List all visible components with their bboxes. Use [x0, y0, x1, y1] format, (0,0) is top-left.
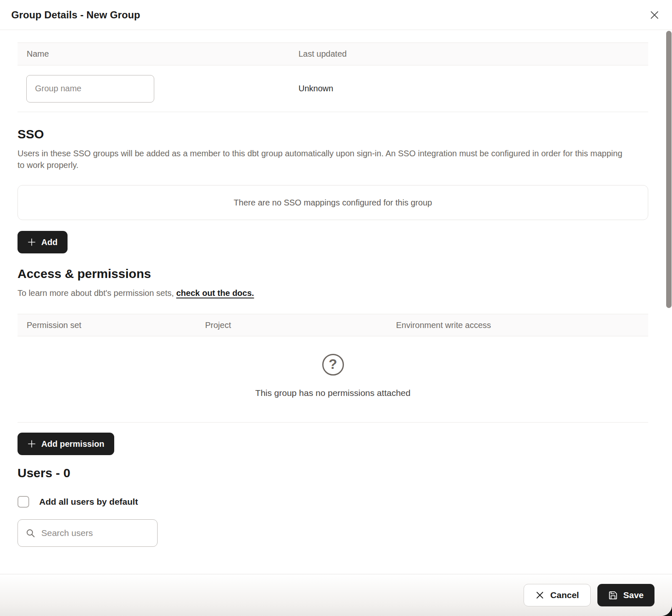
add-sso-mapping-button[interactable]: Add: [18, 231, 68, 253]
save-button[interactable]: Save: [597, 584, 654, 606]
add-all-users-checkbox[interactable]: [18, 496, 29, 508]
add-permission-button[interactable]: Add permission: [18, 433, 114, 455]
save-label: Save: [623, 590, 644, 600]
cancel-label: Cancel: [550, 590, 579, 600]
plus-icon: [28, 440, 36, 448]
group-name-table: Name Last updated Unknown: [18, 43, 648, 112]
group-name-table-header: Name Last updated: [18, 43, 648, 65]
permissions-section-description: To learn more about dbt's permission set…: [18, 287, 630, 299]
modal-header: Group Details - New Group: [0, 0, 672, 30]
sso-empty-message: There are no SSO mappings configured for…: [234, 198, 432, 208]
sso-section-heading: SSO: [18, 127, 648, 141]
permissions-section-heading: Access & permissions: [18, 267, 648, 281]
permissions-empty-state: ? This group has no permissions attached: [18, 336, 648, 423]
modal-footer: Cancel Save: [0, 574, 672, 616]
add-all-users-row: Add all users by default: [18, 496, 648, 508]
column-header-name: Name: [18, 49, 289, 59]
add-sso-mapping-label: Add: [41, 238, 58, 247]
plus-icon: [28, 238, 36, 246]
modal-body: Name Last updated Unknown SSO Users in t…: [0, 30, 672, 574]
vertical-scrollbar-thumb[interactable]: [666, 31, 672, 308]
column-header-permission-set: Permission set: [18, 321, 196, 330]
sso-empty-state: There are no SSO mappings configured for…: [18, 185, 648, 220]
add-all-users-label: Add all users by default: [39, 497, 138, 507]
permissions-table-header: Permission set Project Environment write…: [18, 314, 648, 336]
group-details-modal: Group Details - New Group Name Last upda…: [0, 0, 672, 616]
column-header-project: Project: [196, 321, 387, 330]
close-button[interactable]: [646, 7, 663, 23]
search-users-input[interactable]: [41, 528, 150, 538]
cancel-button[interactable]: Cancel: [524, 584, 591, 606]
floppy-disk-icon: [608, 591, 618, 600]
close-icon: [649, 9, 660, 21]
question-mark-circle-icon: ?: [322, 354, 344, 376]
docs-link[interactable]: check out the docs.: [176, 288, 254, 298]
column-header-last-updated: Last updated: [289, 49, 648, 59]
last-updated-value: Unknown: [289, 84, 648, 93]
add-permission-label: Add permission: [41, 439, 104, 449]
search-users-box: [18, 519, 158, 547]
modal-title: Group Details - New Group: [11, 9, 140, 21]
users-section-heading: Users - 0: [18, 466, 648, 480]
sso-section-description: Users in these SSO groups will be added …: [18, 148, 630, 171]
permissions-description-text: To learn more about dbt's permission set…: [18, 288, 176, 298]
permissions-empty-message: This group has no permissions attached: [255, 388, 410, 398]
table-row: Unknown: [18, 65, 648, 112]
group-name-input[interactable]: [26, 75, 154, 103]
x-icon: [535, 591, 544, 600]
column-header-environment-write-access: Environment write access: [387, 321, 648, 330]
search-icon: [25, 528, 35, 538]
